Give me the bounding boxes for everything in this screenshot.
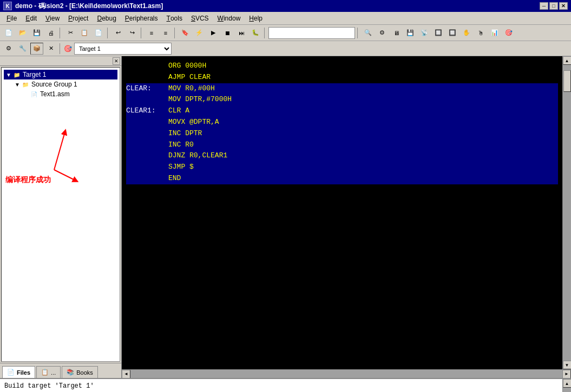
- new-file-button[interactable]: 📄: [2, 26, 15, 39]
- code-editor[interactable]: ORG 0000H AJMP CLEAR CLEAR: MOV R0,#00H …: [122, 56, 562, 369]
- code-line-10: SJMP $: [126, 162, 558, 173]
- main-area: ✕ ▼ 📁 Target 1 ▼ 📁 Source Group 1: [0, 56, 571, 378]
- cut-button[interactable]: ✂: [64, 26, 77, 39]
- tree-item-source-group1[interactable]: ▼ 📁 Source Group 1: [12, 79, 117, 89]
- unindent-button[interactable]: ≡: [159, 26, 172, 39]
- target-settings-button[interactable]: ⚙: [2, 43, 15, 55]
- open-button[interactable]: 📂: [16, 26, 29, 39]
- build-all-button[interactable]: 📦: [30, 43, 43, 55]
- debug-button[interactable]: 🐛: [249, 26, 262, 39]
- code-line-8: INC R0: [126, 139, 558, 151]
- menu-view[interactable]: View: [41, 12, 64, 24]
- menu-tools[interactable]: Tools: [162, 12, 187, 24]
- tab-regs[interactable]: 📋 ...: [36, 366, 61, 378]
- source-group-button[interactable]: 🔧: [16, 43, 29, 55]
- menu-peripherals[interactable]: Peripherals: [121, 12, 162, 24]
- code-line-7: INC DPTR: [126, 128, 558, 139]
- close-target-button[interactable]: ✕: [44, 43, 57, 55]
- menu-help[interactable]: Help: [245, 12, 267, 24]
- mem-button[interactable]: 💾: [404, 26, 417, 39]
- settings-button[interactable]: ⚙: [376, 26, 389, 39]
- tree-toggle-target1[interactable]: ▼: [5, 72, 12, 78]
- output-line-1: Build target 'Target 1': [4, 381, 558, 391]
- run-button[interactable]: ▶: [207, 26, 220, 39]
- title-bar: K demo - 碼ision2 - [E:\Keil\demo\work\Te…: [0, 0, 571, 12]
- horizontal-scrollbar[interactable]: ◄ ►: [122, 369, 571, 378]
- misc2-button[interactable]: 🔲: [446, 26, 459, 39]
- regs-icon: 📋: [41, 369, 49, 376]
- misc6-button[interactable]: 🎯: [502, 26, 515, 39]
- hscroll-track[interactable]: [130, 370, 562, 378]
- bottom-panel: Build target 'Target 1' assembling Text1…: [0, 378, 571, 392]
- scroll-down-button[interactable]: ▼: [563, 361, 572, 369]
- source-group1-label: Source Group 1: [31, 81, 77, 88]
- indent-button[interactable]: ≡: [145, 26, 158, 39]
- misc5-button[interactable]: 📊: [488, 26, 501, 39]
- left-panel-tabs: 📄 Files 📋 ... 📚 Books: [0, 363, 121, 378]
- text1asm-label: Text1.asm: [40, 90, 70, 98]
- print-button[interactable]: 🖨: [44, 26, 57, 39]
- menu-debug[interactable]: Debug: [93, 12, 120, 24]
- menu-svcs[interactable]: SVCS: [187, 12, 213, 24]
- scroll-up-button[interactable]: ▲: [563, 56, 572, 65]
- code-line-5: CLEAR1: CLR A: [126, 105, 558, 117]
- menu-bar: File Edit View Project Debug Peripherals…: [0, 12, 571, 25]
- output-vscrollbar[interactable]: ▲ ▼: [562, 379, 571, 392]
- output-scroll-up[interactable]: ▲: [563, 379, 572, 388]
- folder-icon: 📁: [21, 80, 30, 89]
- paste-button[interactable]: 📄: [92, 26, 105, 39]
- menu-window[interactable]: Window: [213, 12, 245, 24]
- redo-button[interactable]: ↪: [126, 26, 139, 39]
- scroll-track[interactable]: [563, 65, 572, 361]
- left-panel: ✕ ▼ 📁 Target 1 ▼ 📁 Source Group 1: [0, 56, 122, 378]
- target-dropdown[interactable]: Target 1: [74, 43, 172, 55]
- scroll-thumb[interactable]: [563, 70, 571, 92]
- toolbar1: 📄 📂 💾 🖨 ✂ 📋 📄 ↩ ↪ ≡ ≡ 🔖 ⚡ ▶ ⏹ ⏭ 🐛 🔍 ⚙ 🖥 …: [0, 25, 571, 41]
- output-console[interactable]: Build target 'Target 1' assembling Text1…: [0, 379, 562, 392]
- code-line-6: MOVX @DPTR,A: [126, 117, 558, 128]
- app-icon: K: [3, 2, 12, 10]
- books-icon: 📚: [67, 369, 74, 376]
- cpu-button[interactable]: 🖥: [390, 26, 403, 39]
- scroll-left-button[interactable]: ◄: [122, 370, 130, 378]
- menu-edit[interactable]: Edit: [21, 12, 41, 24]
- close-button[interactable]: ✕: [559, 2, 568, 10]
- code-line-3: CLEAR: MOV R0,#00H: [126, 83, 558, 95]
- tree-toggle-sg1[interactable]: ▼: [14, 82, 21, 88]
- find-button[interactable]: 🔍: [362, 26, 375, 39]
- output-scroll-track[interactable]: [563, 388, 572, 392]
- code-line-1: ORG 0000H: [126, 61, 558, 72]
- minimize-button[interactable]: ─: [540, 2, 548, 10]
- editor-container: ORG 0000H AJMP CLEAR CLEAR: MOV R0,#00H …: [122, 56, 571, 378]
- code-line-2: AJMP CLEAR: [126, 72, 558, 83]
- scroll-right-button[interactable]: ►: [562, 370, 571, 378]
- menu-file[interactable]: File: [2, 12, 21, 24]
- target1-label: Target 1: [23, 71, 46, 78]
- misc4-button[interactable]: 🖱: [474, 26, 487, 39]
- serial-button[interactable]: 📡: [418, 26, 431, 39]
- copy-button[interactable]: 📋: [78, 26, 91, 39]
- bookmark-button[interactable]: 🔖: [179, 26, 192, 39]
- code-line-11: END: [126, 173, 558, 184]
- files-icon: 📄: [7, 369, 15, 376]
- save-button[interactable]: 💾: [30, 26, 43, 39]
- tree-item-target1[interactable]: ▼ 📁 Target 1: [4, 70, 117, 79]
- misc1-button[interactable]: 🔲: [432, 26, 445, 39]
- tab-files[interactable]: 📄 Files: [2, 366, 35, 378]
- undo-button[interactable]: ↩: [111, 26, 124, 39]
- vertical-scrollbar[interactable]: ▲ ▼: [562, 56, 571, 369]
- tree-item-text1asm[interactable]: 📄 Text1.asm: [21, 89, 117, 99]
- search-input[interactable]: [268, 27, 355, 39]
- misc3-button[interactable]: ✋: [460, 26, 473, 39]
- stop-button[interactable]: ⏹: [221, 26, 234, 39]
- step-button[interactable]: ⏭: [235, 26, 248, 39]
- menu-project[interactable]: Project: [64, 12, 93, 24]
- files-tab-label: Files: [17, 369, 30, 376]
- regs-tab-label: ...: [51, 369, 56, 376]
- maximize-button[interactable]: □: [549, 2, 558, 10]
- tab-books[interactable]: 📚 Books: [62, 366, 98, 378]
- build-button[interactable]: ⚡: [193, 26, 206, 39]
- panel-close-button[interactable]: ✕: [113, 57, 120, 65]
- window-controls: ─ □ ✕: [540, 2, 568, 10]
- project-tree[interactable]: ▼ 📁 Target 1 ▼ 📁 Source Group 1 📄 Text1.…: [1, 67, 120, 362]
